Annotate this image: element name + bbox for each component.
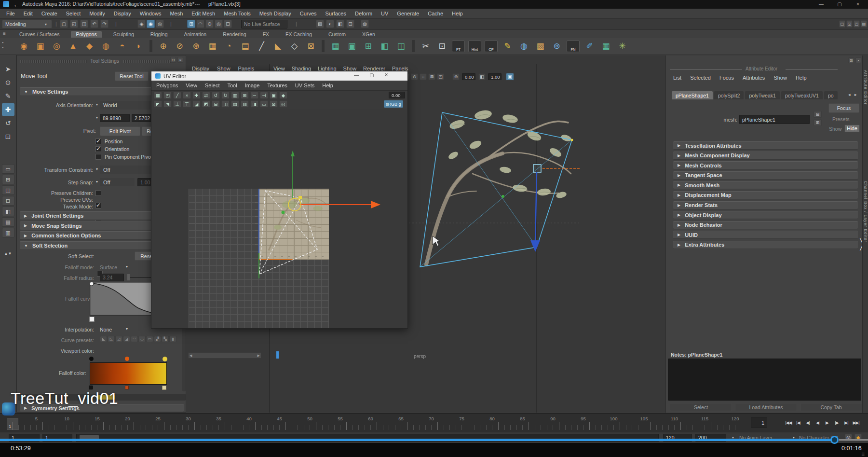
curve-preset-button[interactable]: ▞ bbox=[154, 336, 161, 342]
shelf-globe-icon[interactable]: ◍ bbox=[517, 40, 530, 53]
curve-handle[interactable] bbox=[90, 282, 94, 286]
select-component-icon[interactable]: ◎ bbox=[156, 20, 164, 28]
ae-section-header[interactable]: ▶ Tessellation Attributes bbox=[673, 141, 858, 150]
uv-isolate-icon[interactable]: ◆ bbox=[279, 92, 287, 99]
ae-section-header[interactable]: ▶ Mesh Controls bbox=[673, 161, 858, 169]
close-button[interactable]: × bbox=[852, 0, 864, 7]
select-button[interactable]: Select bbox=[670, 403, 732, 411]
undo-icon[interactable]: ↶ bbox=[90, 20, 98, 28]
shelf-lattice-icon[interactable]: ▩ bbox=[534, 40, 547, 53]
falloff-radius-slider-thumb[interactable] bbox=[127, 274, 130, 281]
curve-preset-button[interactable]: ◢ bbox=[123, 336, 130, 342]
chevron-down-icon[interactable]: ▾ bbox=[124, 327, 130, 331]
uv-align-left-icon[interactable]: ⊢ bbox=[250, 92, 258, 99]
shelf-quad-draw-icon[interactable]: ◫ bbox=[394, 40, 407, 53]
render-current-icon[interactable]: ◐ bbox=[326, 20, 334, 28]
select-tool[interactable]: ➤ bbox=[2, 63, 14, 75]
curve-preset-button[interactable]: ▭ bbox=[146, 336, 153, 342]
shelf-pencil-icon[interactable]: ✎ bbox=[501, 40, 514, 53]
ae-section-header[interactable]: ▶ UUID bbox=[673, 231, 858, 239]
shelf-sphere-project-icon[interactable]: ⊕ bbox=[157, 40, 170, 53]
preserve-uvs-checkbox[interactable] bbox=[95, 203, 101, 208]
snap-plane-icon[interactable]: ◎ bbox=[215, 20, 223, 28]
step-forward-frame-button[interactable]: |▶ bbox=[832, 417, 841, 428]
lasso-tool[interactable]: ⊙ bbox=[2, 76, 14, 89]
uv-cut-icon[interactable]: ╱ bbox=[173, 92, 181, 99]
minimize-button[interactable]: — bbox=[354, 72, 359, 78]
shelf-icon[interactable] bbox=[412, 40, 415, 52]
rotate-tool[interactable]: ↺ bbox=[2, 117, 14, 129]
scroll-right-icon[interactable]: ▶ bbox=[258, 354, 260, 358]
presets-button[interactable]: Presets bbox=[832, 116, 850, 122]
uv-menu-item[interactable]: Textures bbox=[263, 83, 291, 88]
focus-button[interactable]: Focus bbox=[828, 103, 859, 113]
menu-item[interactable]: Modify bbox=[85, 11, 109, 16]
curve-preset-button[interactable]: ◣ bbox=[100, 336, 107, 342]
shelf-target-weld-icon[interactable]: ⊡ bbox=[435, 40, 448, 53]
uv-distortion-icon[interactable]: ⊠ bbox=[270, 100, 278, 108]
uv-menu-item[interactable]: Polygons bbox=[152, 83, 182, 88]
close-panel-icon[interactable]: × bbox=[855, 57, 861, 63]
uv-menu-item[interactable]: UV Sets bbox=[291, 83, 318, 88]
menu-item[interactable]: Cache bbox=[423, 11, 448, 16]
layout-single[interactable]: ▭ bbox=[2, 164, 14, 174]
side-tab-channel-box[interactable]: Channel Box / Layer Editor bbox=[863, 181, 868, 243]
tab-scroll-right-icon[interactable]: ▸ bbox=[854, 92, 857, 97]
move-x-field[interactable]: 89.9890 bbox=[100, 114, 130, 122]
orientation-checkbox[interactable] bbox=[95, 146, 101, 152]
ae-section-header[interactable]: ▶ Object Display bbox=[673, 211, 858, 219]
shelf-smooth-icon[interactable]: ▦ bbox=[329, 40, 342, 53]
menu-item[interactable]: Help bbox=[448, 11, 467, 16]
paint-select-tool[interactable]: ✎ bbox=[2, 90, 14, 102]
menu-item[interactable]: Deform bbox=[351, 11, 377, 16]
play-forwards-button[interactable]: ▶ bbox=[823, 417, 831, 428]
menu-item[interactable]: Edit bbox=[19, 11, 37, 16]
layout-outliner-persp[interactable]: ▤ bbox=[2, 217, 14, 227]
chevron-down-icon[interactable]: ▾ bbox=[94, 102, 100, 107]
video-scrubber-handle[interactable] bbox=[830, 436, 839, 444]
menu-item[interactable]: Mesh bbox=[165, 11, 187, 16]
snap-point-icon[interactable]: ⊙ bbox=[205, 20, 214, 28]
uv-rotate-ccw-icon[interactable]: ↺ bbox=[212, 92, 220, 99]
close-button[interactable]: × bbox=[384, 71, 388, 78]
uv-align-bottom-icon[interactable]: ⊥ bbox=[173, 100, 181, 108]
shelf-tab[interactable]: FX bbox=[258, 31, 274, 38]
uv-corner-b-icon[interactable]: ◥ bbox=[163, 100, 172, 108]
uv-menu-item[interactable]: Help bbox=[318, 83, 337, 88]
uv-canvas[interactable] bbox=[151, 109, 407, 328]
load-attributes-button[interactable]: Load Attributes bbox=[735, 403, 797, 411]
uv-border-icon[interactable]: ▭ bbox=[260, 100, 268, 108]
ae-menu-item[interactable]: Attributes bbox=[739, 75, 768, 81]
shelf-edge-line-icon[interactable]: ╱ bbox=[255, 40, 268, 53]
shelf-mirror-icon[interactable]: ⊘ bbox=[173, 40, 186, 53]
falloff-radius-field[interactable]: 3.24 bbox=[100, 274, 124, 281]
shelf-icon[interactable] bbox=[149, 40, 152, 52]
menu-item[interactable]: Mesh Display bbox=[255, 11, 296, 16]
curve-start-handle[interactable] bbox=[89, 317, 95, 322]
shelf-poly-pyramid-icon[interactable]: ◆ bbox=[83, 40, 96, 53]
select-hierarchy-icon[interactable]: ◈ bbox=[137, 20, 146, 28]
ae-menu-item[interactable]: List bbox=[670, 75, 685, 81]
ae-section-header[interactable]: ▶ Tangent Space bbox=[673, 171, 858, 180]
shelf-icon[interactable] bbox=[322, 40, 325, 52]
ae-menu-item[interactable]: Selected bbox=[687, 75, 714, 81]
falloff-color-key-pale[interactable] bbox=[162, 386, 166, 390]
ae-menu-item[interactable]: Show bbox=[770, 75, 790, 81]
falloff-color-key-red[interactable] bbox=[125, 386, 129, 389]
shelf-tab[interactable]: Curves / Surfaces bbox=[14, 31, 64, 38]
pop-panel-icon[interactable]: ⊡ bbox=[170, 57, 176, 63]
reset-tool-button[interactable]: Reset Tool bbox=[115, 71, 149, 81]
ae-section-header[interactable]: ▶ Displacement Map bbox=[673, 191, 858, 199]
menu-item[interactable]: Create bbox=[37, 11, 62, 16]
workspace-icon-1[interactable]: ◰ bbox=[839, 20, 845, 28]
step-back-key-button[interactable]: |◀ bbox=[794, 417, 802, 428]
shelf-poly-prism-icon[interactable]: ◓ bbox=[116, 40, 129, 53]
step-back-frame-button[interactable]: ◀| bbox=[803, 417, 812, 428]
pin-component-pivot-checkbox[interactable] bbox=[95, 154, 101, 160]
uv-editor-window[interactable]: UV Editor — ▢ × PolygonsViewSelectToolIm… bbox=[151, 71, 408, 329]
ae-tab[interactable]: pPlaneShape1 bbox=[672, 91, 713, 99]
shelf-hint-button[interactable]: Hint bbox=[468, 41, 481, 52]
ae-tab[interactable]: polyTweakUV1 bbox=[781, 91, 823, 99]
layout-split-horizontal[interactable]: ⊟ bbox=[2, 196, 14, 206]
uv-delete-icon[interactable]: × bbox=[183, 92, 191, 99]
